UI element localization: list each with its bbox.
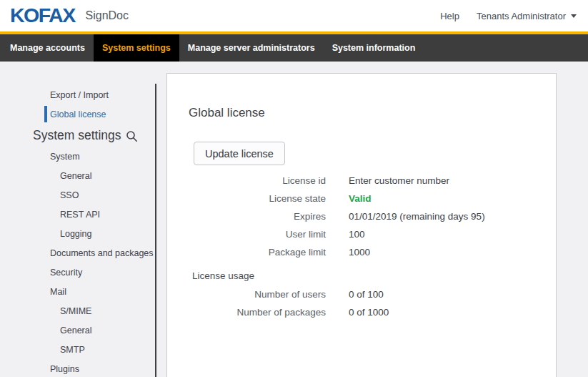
field-row-license-state: License state Valid	[167, 191, 556, 206]
sidebar-item-smime[interactable]: S/MIME	[0, 301, 155, 320]
license-details: License id Enter customer number License…	[167, 173, 556, 323]
app-header: KOFAX SignDoc Help Tenants Administrator	[0, 0, 588, 31]
field-value: 01/01/2019 (remaining days 95)	[349, 209, 485, 224]
sidebar-item-label: Global license	[50, 109, 106, 119]
field-value: 1000	[349, 245, 370, 260]
field-label: Number of packages	[167, 305, 326, 320]
field-value: 0 of 100	[349, 287, 384, 302]
field-row-number-of-users: Number of users 0 of 100	[167, 287, 556, 302]
header-actions: Help Tenants Administrator	[440, 11, 577, 21]
field-value: 0 of 1000	[349, 305, 389, 320]
global-license-panel: Global license Update license License id…	[166, 73, 557, 377]
sidebar-section-title: System settings	[0, 124, 155, 146]
nav-item-system-settings[interactable]: System settings	[94, 34, 179, 62]
nav-item-system-information[interactable]: System information	[324, 34, 424, 62]
field-row-license-id: License id Enter customer number	[167, 173, 556, 188]
settings-sidebar: Export / Import Global license System se…	[0, 85, 155, 377]
field-row-number-of-packages: Number of packages 0 of 1000	[167, 305, 556, 320]
sidebar-item-export-import[interactable]: Export / Import	[0, 85, 155, 104]
user-menu-label: Tenants Administrator	[477, 11, 566, 21]
user-menu[interactable]: Tenants Administrator	[477, 11, 577, 21]
update-license-button[interactable]: Update license	[194, 142, 285, 165]
field-label: Package limit	[167, 245, 326, 260]
selected-indicator	[44, 106, 47, 122]
sidebar-item-documents-and-packages[interactable]: Documents and packages	[0, 243, 155, 263]
sidebar-item-mail[interactable]: Mail	[0, 282, 155, 301]
license-usage-heading: License usage	[192, 268, 556, 283]
field-row-package-limit: Package limit 1000	[167, 245, 556, 260]
sidebar-item-plugins[interactable]: Plugins	[0, 359, 155, 377]
license-state-badge: Valid	[349, 191, 372, 206]
sidebar-item-system[interactable]: System	[0, 147, 155, 166]
search-icon[interactable]	[126, 130, 138, 142]
field-row-expires: Expires 01/01/2019 (remaining days 95)	[167, 209, 556, 224]
content-area: Export / Import Global license System se…	[0, 62, 588, 377]
field-value: 100	[349, 227, 365, 242]
field-label: License id	[167, 173, 326, 188]
sidebar-item-sso[interactable]: SSO	[0, 185, 155, 205]
sidebar-item-mail-general[interactable]: General	[0, 320, 155, 340]
sidebar-divider	[155, 84, 156, 377]
sidebar-item-smtp[interactable]: SMTP	[0, 340, 155, 359]
nav-item-manage-accounts[interactable]: Manage accounts	[1, 34, 94, 62]
field-label: License state	[167, 191, 326, 206]
field-label: Expires	[167, 209, 326, 224]
caret-down-icon	[571, 14, 577, 18]
help-link[interactable]: Help	[440, 11, 459, 21]
sidebar-item-security[interactable]: Security	[0, 263, 155, 282]
product-title: SignDoc	[86, 9, 129, 22]
page-title: Global license	[189, 106, 265, 120]
sidebar-item-rest-api[interactable]: REST API	[0, 205, 155, 224]
kofax-logo: KOFAX	[10, 5, 75, 27]
sidebar-item-general[interactable]: General	[0, 166, 155, 185]
field-label: Number of users	[167, 287, 326, 302]
main-nav: Manage accounts System settings Manage s…	[0, 34, 588, 62]
field-row-user-limit: User limit 100	[167, 227, 556, 242]
sidebar-section-title-label: System settings	[33, 128, 121, 143]
sidebar-item-global-license[interactable]: Global license	[0, 104, 155, 124]
field-label: User limit	[167, 227, 326, 242]
field-value: Enter customer number	[349, 173, 449, 188]
nav-item-manage-server-administrators[interactable]: Manage server administrators	[179, 34, 324, 62]
sidebar-item-logging[interactable]: Logging	[0, 224, 155, 243]
